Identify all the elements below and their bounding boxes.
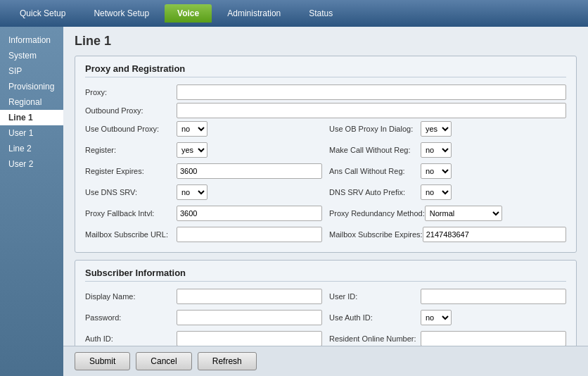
use-outbound-proxy-row: Use Outbound Proxy: noyes [85,121,322,137]
subscriber-section-title: Subscriber Information [85,268,566,282]
bottom-bar: Submit Cancel Refresh [63,346,588,376]
sidebar-item-provisioning[interactable]: Provisioning [0,79,63,94]
resident-online-number-label: Resident Online Number: [329,334,421,343]
proxy-fallback-intvl-label: Proxy Fallback Intvl: [85,209,177,218]
register-label: Register: [85,146,177,154]
make-call-no-reg-row: Make Call Without Reg: noyes [329,142,566,158]
ans-call-no-reg-label: Ans Call Without Reg: [329,167,421,175]
proxy-label: Proxy: [85,88,177,96]
mailbox-subscribe-expires-input[interactable] [423,227,566,242]
use-outbound-proxy-select[interactable]: noyes [177,121,207,137]
password-input[interactable] [177,310,322,325]
outbound-proxy-label: Outbound Proxy: [85,106,177,115]
dns-srv-auto-prefix-label: DNS SRV Auto Prefix: [329,188,421,196]
use-ob-proxy-dialog-row: Use OB Proxy In Dialog: yesno [329,121,566,137]
subscriber-grid: Display Name: User ID: Password: [85,289,566,346]
make-call-no-reg-label: Make Call Without Reg: [329,146,421,154]
use-auth-id-label: Use Auth ID: [329,313,421,322]
register-select[interactable]: yesno [177,142,207,158]
use-ob-proxy-dialog-label: Use OB Proxy In Dialog: [329,125,421,133]
proxy-row: Proxy: [85,84,566,100]
sidebar: Information System SIP Provisioning Regi… [0,27,63,376]
cancel-button[interactable]: Cancel [136,352,191,370]
sidebar-item-sip[interactable]: SIP [0,63,63,79]
register-expires-label: Register Expires: [85,167,177,175]
use-auth-id-row: Use Auth ID: noyes [329,310,566,325]
sidebar-item-line2[interactable]: Line 2 [0,141,63,156]
ans-call-no-reg-select[interactable]: noyes [421,163,452,179]
proxy-redundancy-method-label: Proxy Redundancy Method: [329,209,425,218]
submit-button[interactable]: Submit [75,352,130,370]
tab-network-setup[interactable]: Network Setup [81,4,162,23]
use-dns-srv-select[interactable]: noyes [177,184,207,200]
sidebar-item-user1[interactable]: User 1 [0,125,63,141]
page-title: Line 1 [75,34,577,49]
content-wrapper: Line 1 Proxy and Registration Proxy: Out… [63,27,588,376]
auth-id-label: Auth ID: [85,334,177,343]
mailbox-subscribe-url-input[interactable] [177,227,322,242]
register-expires-input[interactable] [177,163,322,179]
password-label: Password: [85,313,177,322]
proxy-redundancy-method-row: Proxy Redundancy Method: NormalBased on … [329,206,566,221]
user-id-label: User ID: [329,292,421,301]
outbound-proxy-row: Outbound Proxy: [85,103,566,118]
tab-quick-setup[interactable]: Quick Setup [7,4,78,23]
dns-srv-auto-prefix-row: DNS SRV Auto Prefix: noyes [329,184,566,200]
dns-srv-auto-prefix-select[interactable]: noyes [421,184,452,200]
use-outbound-proxy-label: Use Outbound Proxy: [85,125,177,133]
proxy-fallback-intvl-input[interactable] [177,206,322,221]
auth-id-input[interactable] [177,331,322,346]
mailbox-subscribe-expires-row: Mailbox Subscribe Expires: [329,227,566,242]
user-id-input[interactable] [421,289,566,304]
sidebar-item-system[interactable]: System [0,48,63,63]
top-navigation: Quick Setup Network Setup Voice Administ… [0,0,588,27]
mailbox-subscribe-url-label: Mailbox Subscribe URL: [85,230,177,239]
password-row: Password: [85,310,322,325]
auth-id-row: Auth ID: [85,331,322,346]
content-area: Line 1 Proxy and Registration Proxy: Out… [63,27,588,346]
display-name-row: Display Name: [85,289,322,304]
tab-status[interactable]: Status [296,4,345,23]
subscriber-section: Subscriber Information Display Name: Use… [75,260,577,346]
resident-online-number-input[interactable] [421,331,566,346]
register-row: Register: yesno [85,142,322,158]
refresh-button[interactable]: Refresh [198,352,257,370]
resident-online-number-row: Resident Online Number: [329,331,566,346]
sidebar-item-line1[interactable]: Line 1 [0,110,63,125]
proxy-grid: Use Outbound Proxy: noyes Use OB Proxy I… [85,121,566,245]
user-id-row: User ID: [329,289,566,304]
mailbox-subscribe-expires-label: Mailbox Subscribe Expires: [329,230,423,239]
mailbox-subscribe-url-row: Mailbox Subscribe URL: [85,227,322,242]
sidebar-item-regional[interactable]: Regional [0,94,63,110]
use-ob-proxy-dialog-select[interactable]: yesno [421,121,452,137]
proxy-redundancy-method-select[interactable]: NormalBased on SRV Port [425,206,502,221]
sidebar-item-information[interactable]: Information [0,32,63,48]
register-expires-row: Register Expires: [85,163,322,179]
proxy-section: Proxy and Registration Proxy: Outbound P… [75,56,577,253]
sidebar-item-user2[interactable]: User 2 [0,156,63,172]
display-name-input[interactable] [177,289,322,304]
display-name-label: Display Name: [85,292,177,301]
proxy-section-title: Proxy and Registration [85,63,566,77]
use-auth-id-select[interactable]: noyes [421,310,452,325]
use-dns-srv-label: Use DNS SRV: [85,188,177,196]
tab-administration[interactable]: Administration [215,4,293,23]
main-container: Information System SIP Provisioning Regi… [0,27,588,376]
make-call-no-reg-select[interactable]: noyes [421,142,452,158]
proxy-fallback-intvl-row: Proxy Fallback Intvl: [85,206,322,221]
outbound-proxy-input[interactable] [177,103,566,118]
use-dns-srv-row: Use DNS SRV: noyes [85,184,322,200]
proxy-input[interactable] [177,84,566,100]
tab-voice[interactable]: Voice [165,4,212,23]
ans-call-no-reg-row: Ans Call Without Reg: noyes [329,163,566,179]
